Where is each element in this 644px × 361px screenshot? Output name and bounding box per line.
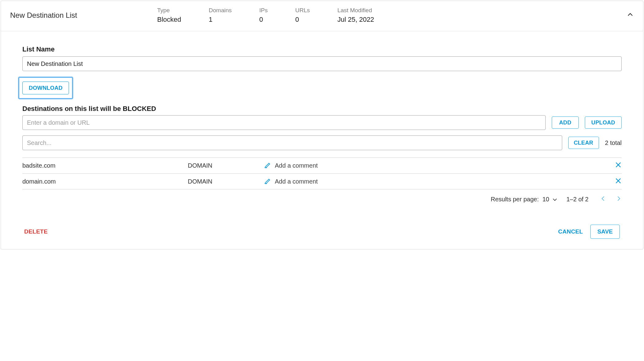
cancel-button[interactable]: CANCEL [558, 228, 583, 235]
comment-placeholder: Add a comment [275, 162, 318, 169]
upload-button[interactable]: UPLOAD [585, 116, 622, 129]
clear-button[interactable]: CLEAR [568, 137, 599, 149]
list-name-input[interactable] [22, 56, 622, 71]
stat-label: Type [157, 7, 181, 14]
delete-row-button[interactable] [609, 162, 622, 170]
prev-page-button[interactable] [600, 196, 606, 203]
stat-value: 0 [259, 16, 267, 24]
page-range: 1–2 of 2 [566, 196, 589, 203]
stat-value: Jul 25, 2022 [337, 16, 374, 24]
chevron-left-icon [600, 196, 606, 203]
stat-label: Domains [209, 7, 232, 14]
add-button[interactable]: ADD [552, 116, 579, 129]
destination-input[interactable] [22, 115, 546, 130]
download-highlight: DOWNLOAD [18, 77, 73, 99]
edit-icon [264, 162, 271, 170]
footer-actions: CANCEL SAVE [558, 225, 620, 239]
stat-last-modified: Last Modified Jul 25, 2022 [337, 7, 374, 24]
cell-type: DOMAIN [188, 178, 264, 185]
delete-button[interactable]: DELETE [24, 228, 48, 235]
cell-destination: badsite.com [22, 162, 188, 169]
stat-value: Blocked [157, 16, 181, 24]
destination-list-panel: New Destination List Type Blocked Domain… [1, 1, 643, 249]
panel-body: List Name DOWNLOAD Destinations on this … [1, 31, 643, 249]
add-destination-row: ADD UPLOAD [22, 115, 622, 130]
total-count: 2 total [605, 139, 622, 146]
chevron-down-icon [552, 196, 558, 203]
stat-urls: URLs 0 [295, 7, 310, 24]
comment-placeholder: Add a comment [275, 178, 318, 185]
stat-domains: Domains 1 [209, 7, 232, 24]
panel-title: New Destination List [10, 11, 157, 20]
per-page-value: 10 [542, 196, 549, 203]
next-page-button[interactable] [616, 196, 622, 203]
add-comment-button[interactable]: Add a comment [264, 162, 609, 170]
chevron-right-icon [616, 196, 622, 203]
stat-type: Type Blocked [157, 7, 181, 24]
collapse-toggle[interactable] [627, 11, 634, 20]
close-icon [615, 177, 622, 186]
close-icon [615, 162, 622, 170]
pager-arrows [600, 196, 622, 203]
panel-footer: DELETE CANCEL SAVE [22, 225, 622, 239]
list-name-label: List Name [22, 45, 622, 53]
stat-label: IPs [259, 7, 267, 14]
header-stats: Type Blocked Domains 1 IPs 0 URLs 0 Last… [157, 7, 627, 24]
destinations-table: badsite.com DOMAIN Add a comment domain.… [22, 158, 622, 189]
add-comment-button[interactable]: Add a comment [264, 177, 609, 186]
search-input[interactable] [22, 135, 562, 150]
search-row: CLEAR 2 total [22, 135, 622, 150]
edit-icon [264, 177, 271, 186]
stat-value: 0 [295, 16, 310, 24]
chevron-up-icon [627, 13, 634, 20]
stat-label: URLs [295, 7, 310, 14]
save-button[interactable]: SAVE [590, 225, 620, 239]
per-page-label: Results per page: [491, 196, 539, 203]
cell-type: DOMAIN [188, 162, 264, 169]
stat-value: 1 [209, 16, 232, 24]
cell-destination: domain.com [22, 178, 188, 185]
destinations-heading: Destinations on this list will be BLOCKE… [22, 105, 622, 113]
panel-header: New Destination List Type Blocked Domain… [1, 1, 643, 31]
stat-label: Last Modified [337, 7, 374, 14]
stat-ips: IPs 0 [259, 7, 267, 24]
table-row: badsite.com DOMAIN Add a comment [22, 158, 622, 173]
delete-row-button[interactable] [609, 177, 622, 186]
results-per-page: Results per page: 10 [491, 196, 558, 203]
table-row: domain.com DOMAIN Add a comment [22, 173, 622, 189]
per-page-select[interactable]: 10 [542, 196, 558, 203]
pagination: Results per page: 10 1–2 of 2 [22, 196, 622, 203]
download-button[interactable]: DOWNLOAD [22, 82, 69, 94]
